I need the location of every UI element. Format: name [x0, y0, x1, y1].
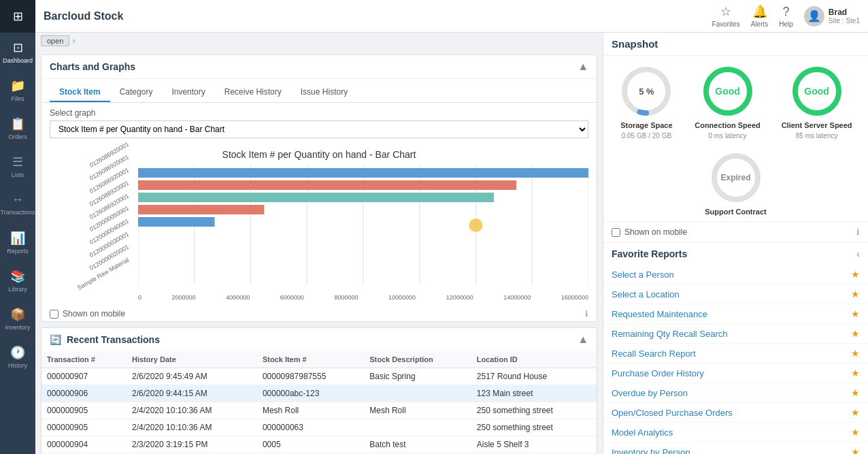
transactions-header: 🔄 Recent Transactions ▲ — [41, 328, 597, 351]
sidebar-item-dashboard[interactable]: ⊡ Dashboard — [0, 33, 35, 71]
info-icon[interactable]: ℹ — [856, 227, 860, 237]
table-row[interactable]: 0000009072/6/2020 9:45:49 AM000009879875… — [41, 368, 597, 385]
center-panel: open › Charts and Graphs ▲ Stock Item Ca… — [35, 33, 603, 454]
help-label: Help — [779, 20, 793, 28]
open-button[interactable]: open — [41, 35, 69, 46]
snapshot-title: Snapshot — [612, 38, 658, 50]
sidebar-item-orders[interactable]: 📋 Orders — [0, 109, 35, 147]
sidebar-item-label: Transactions — [0, 209, 35, 216]
tab-stock-item[interactable]: Stock Item — [50, 83, 110, 102]
collapse-icon[interactable]: ▲ — [578, 334, 588, 346]
fav-report-item[interactable]: Overdue by Person★ — [603, 383, 868, 403]
select-graph-area: Select graph Stock Item # per Quantity o… — [41, 103, 597, 144]
support-label: Support Contract — [705, 208, 766, 216]
fav-report-item[interactable]: Open/Closed Purchase Orders★ — [603, 403, 868, 423]
user-info: Brad Site : Ste1 — [829, 7, 860, 25]
sidebar-item-label: Lists — [12, 172, 24, 178]
storage-value: 5 % — [639, 86, 654, 97]
col-stock-item: Stock Item # — [257, 351, 364, 368]
sidebar-item-library[interactable]: 📚 Library — [0, 261, 35, 299]
help-icon: ? — [783, 5, 790, 19]
sidebar-item-transactions[interactable]: ↔ Transactions — [0, 185, 35, 223]
x-label: 0 — [138, 294, 141, 301]
cell-stock_item: 000000063 — [257, 419, 364, 436]
table-row[interactable]: 0000009042/3/2020 3:19:15 PM0005Batch te… — [41, 436, 597, 453]
fav-collapse-icon[interactable]: ‹ — [856, 248, 860, 259]
table-row[interactable]: 0000009062/6/2020 9:44:15 AM000000abc-12… — [41, 385, 597, 402]
star-icon[interactable]: ★ — [851, 308, 860, 319]
breadcrumb: open › — [35, 33, 603, 49]
help-button[interactable]: ? Help — [779, 5, 793, 28]
cell-description: Basic Spring — [364, 368, 471, 385]
star-icon[interactable]: ★ — [851, 289, 860, 299]
star-icon[interactable]: ★ — [851, 269, 860, 280]
fav-report-item[interactable]: Inventory by Person★ — [603, 442, 868, 454]
fav-report-item[interactable]: Select a Person★ — [603, 265, 868, 285]
fav-report-item[interactable]: Model Analytics★ — [603, 423, 868, 442]
info-icon[interactable]: ℹ — [585, 309, 588, 319]
support-circle: Expired — [709, 150, 763, 205]
cell-stock_item: 00000987987555 — [257, 368, 364, 385]
cell-date: 2/6/2020 9:44:15 AM — [127, 385, 257, 402]
fav-report-item[interactable]: Recall Search Report★ — [603, 344, 868, 363]
fav-report-item[interactable]: Purchase Order History★ — [603, 363, 868, 383]
sidebar-item-reports[interactable]: 📊 Reports — [0, 223, 35, 261]
alerts-button[interactable]: 🔔 Alerts — [751, 4, 769, 28]
x-label: 16000000 — [561, 294, 588, 301]
col-date: History Date — [127, 351, 257, 368]
connection-value: Good — [715, 86, 740, 97]
app-logo[interactable]: ⊞ — [0, 0, 35, 33]
refresh-icon[interactable]: 🔄 — [50, 334, 61, 345]
reports-icon: 📊 — [10, 231, 25, 246]
star-icon[interactable]: ★ — [851, 447, 860, 454]
client-server-sublabel: 85 ms latency — [796, 132, 838, 140]
star-icon[interactable]: ★ — [851, 387, 860, 398]
connection-gauge: Good Connection Speed 0 ms latency — [695, 64, 761, 140]
cell-location: Aisle 5 Shelf 3 — [471, 436, 597, 453]
charts-section-title: Charts and Graphs — [50, 61, 135, 72]
fav-report-item[interactable]: Requested Maintenance★ — [603, 304, 868, 324]
avatar: 👤 — [804, 6, 824, 27]
client-server-circle: Good — [790, 64, 844, 118]
star-icon[interactable]: ★ — [851, 348, 860, 359]
client-server-gauge: Good Client Server Speed 85 ms latency — [782, 64, 852, 140]
connection-sublabel: 0 ms latency — [708, 132, 746, 140]
inventory-icon: 📦 — [10, 307, 25, 322]
user-area[interactable]: 👤 Brad Site : Ste1 — [804, 6, 860, 27]
star-icon[interactable]: ★ — [851, 328, 860, 339]
tab-category[interactable]: Category — [110, 83, 163, 102]
cell-date: 2/3/2020 3:19:15 PM — [127, 436, 257, 453]
fav-report-item[interactable]: Remaining Qty Recall Search★ — [603, 324, 868, 344]
fav-report-item[interactable]: Select a Location★ — [603, 285, 868, 304]
sidebar-item-history[interactable]: 🕐 History — [0, 338, 35, 376]
cell-description — [364, 419, 471, 436]
cell-location: 250 something street — [471, 419, 597, 436]
snapshot-mobile-checkbox[interactable] — [612, 228, 620, 237]
recent-transactions-section: 🔄 Recent Transactions ▲ Transaction # Hi… — [41, 327, 597, 454]
star-icon: ☆ — [720, 4, 731, 19]
sidebar-item-inventory[interactable]: 📦 Inventory — [0, 299, 35, 338]
right-panel: Snapshot 5 % Storage Space 0.05 GB / 20 … — [603, 33, 868, 454]
cell-stock_item: Mesh Roll — [257, 402, 364, 419]
star-icon[interactable]: ★ — [851, 427, 860, 438]
favorites-button[interactable]: ☆ Favorites — [712, 4, 740, 28]
shown-on-mobile-checkbox[interactable] — [50, 310, 59, 319]
table-header-row: Transaction # History Date Stock Item # … — [41, 351, 597, 368]
storage-sublabel: 0.05 GB / 20 GB — [622, 132, 671, 140]
sidebar-item-files[interactable]: 📁 Files — [0, 71, 35, 109]
app-title: Barcloud Stock — [44, 10, 707, 22]
table-row[interactable]: 0000009052/4/2020 10:10:36 AMMesh RollMe… — [41, 402, 597, 419]
bar-chart-area: 0126086920001 0126086920001 012608692000… — [41, 163, 597, 306]
tab-inventory[interactable]: Inventory — [162, 83, 214, 102]
table-row[interactable]: 0000009052/4/2020 10:10:36 AM00000006325… — [41, 419, 597, 436]
support-gauge: Expired Support Contract — [617, 150, 854, 216]
star-icon[interactable]: ★ — [851, 368, 860, 378]
tab-issue-history[interactable]: Issue History — [291, 83, 357, 102]
grid-icon: ⊞ — [13, 9, 23, 24]
collapse-icon[interactable]: ▲ — [578, 61, 588, 73]
sidebar-item-lists[interactable]: ☰ Lists — [0, 147, 35, 185]
tab-receive-history[interactable]: Receive History — [215, 83, 291, 102]
star-icon[interactable]: ★ — [851, 407, 860, 418]
top-bar: Barcloud Stock ☆ Favorites 🔔 Alerts ? He… — [35, 0, 868, 33]
graph-type-dropdown[interactable]: Stock Item # per Quantity on hand - Bar … — [50, 120, 588, 138]
